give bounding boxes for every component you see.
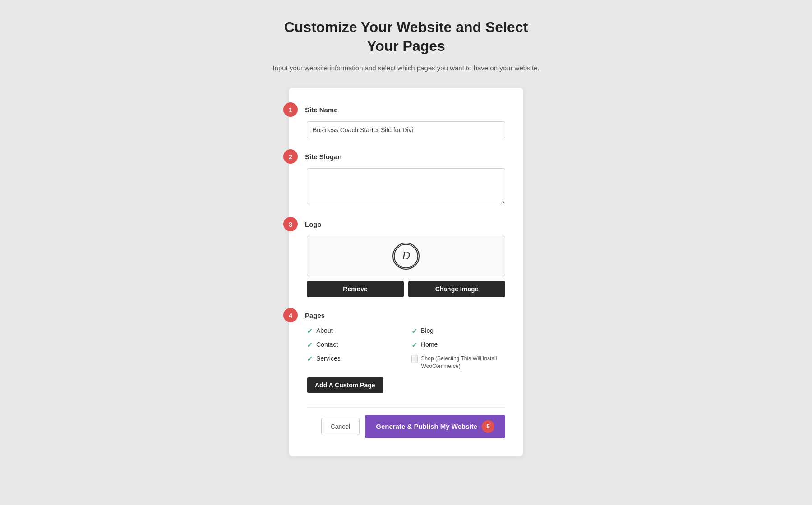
site-slogan-input[interactable] <box>307 168 505 204</box>
checkbox-about[interactable]: ✓ <box>307 327 313 335</box>
step-1-badge: 1 <box>283 102 298 117</box>
logo-preview: D <box>307 236 505 276</box>
step-3-header: 3 Logo <box>307 217 505 231</box>
step-4-header: 4 Pages <box>307 308 505 322</box>
step-4-label: Pages <box>305 312 325 319</box>
step-3-section: 3 Logo D Remove Change Image <box>307 217 505 297</box>
page-item-services[interactable]: ✓ Services <box>307 355 401 370</box>
form-card: 1 Site Name 2 Site Slogan 3 Logo D Remov… <box>289 88 523 456</box>
site-name-input[interactable] <box>307 121 505 138</box>
step-4-badge: 4 <box>283 308 298 322</box>
step-3-badge: 3 <box>283 217 298 231</box>
pages-grid: ✓ About ✓ Blog ✓ Contact ✓ Home ✓ Servic <box>307 327 505 370</box>
step-1-header: 1 Site Name <box>307 102 505 117</box>
page-item-home[interactable]: ✓ Home <box>411 341 505 349</box>
page-header: Customize Your Website and Select Your P… <box>271 18 541 73</box>
page-item-about[interactable]: ✓ About <box>307 327 401 335</box>
step-2-section: 2 Site Slogan <box>307 149 505 206</box>
add-custom-page-button[interactable]: Add A Custom Page <box>307 377 383 393</box>
step-2-label: Site Slogan <box>305 153 342 161</box>
checkbox-services[interactable]: ✓ <box>307 355 313 363</box>
page-label-blog: Blog <box>421 327 434 334</box>
page-item-contact[interactable]: ✓ Contact <box>307 341 401 349</box>
step-2-header: 2 Site Slogan <box>307 149 505 164</box>
page-label-shop: Shop (Selecting This Will Install WooCom… <box>421 355 505 370</box>
checkbox-home[interactable]: ✓ <box>411 341 417 349</box>
form-footer: Cancel Generate & Publish My Website 5 <box>307 407 505 438</box>
checkbox-contact[interactable]: ✓ <box>307 341 313 349</box>
page-label-services: Services <box>316 355 341 362</box>
step-1-label: Site Name <box>305 106 338 114</box>
page-item-blog[interactable]: ✓ Blog <box>411 327 505 335</box>
page-subtitle: Input your website information and selec… <box>271 63 541 73</box>
step-4-section: 4 Pages ✓ About ✓ Blog ✓ Contact ✓ Home <box>307 308 505 396</box>
page-label-contact: Contact <box>316 341 338 348</box>
page-label-about: About <box>316 327 333 334</box>
remove-logo-button[interactable]: Remove <box>307 281 404 297</box>
page-title: Customize Your Website and Select Your P… <box>271 18 541 55</box>
checkbox-shop[interactable] <box>411 355 418 363</box>
svg-text:D: D <box>401 250 410 262</box>
logo-icon: D <box>392 243 420 270</box>
generate-publish-button[interactable]: Generate & Publish My Website 5 <box>365 415 505 438</box>
cancel-button[interactable]: Cancel <box>321 418 360 435</box>
change-image-button[interactable]: Change Image <box>408 281 505 297</box>
step-3-label: Logo <box>305 220 322 228</box>
divi-logo-svg: D <box>393 243 419 270</box>
step-5-badge: 5 <box>482 420 494 433</box>
page-item-shop[interactable]: Shop (Selecting This Will Install WooCom… <box>411 355 505 370</box>
step-2-badge: 2 <box>283 149 298 164</box>
page-label-home: Home <box>421 341 438 348</box>
generate-button-label: Generate & Publish My Website <box>376 422 477 430</box>
logo-buttons: Remove Change Image <box>307 281 505 297</box>
step-1-section: 1 Site Name <box>307 102 505 138</box>
checkbox-blog[interactable]: ✓ <box>411 327 417 335</box>
